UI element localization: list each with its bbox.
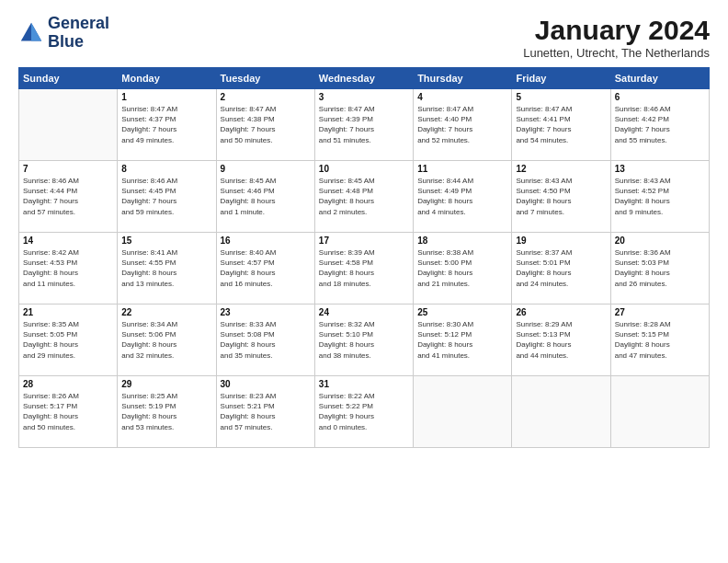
table-row: 26Sunrise: 8:29 AM Sunset: 5:13 PM Dayli… [512,304,610,376]
table-row: 7Sunrise: 8:46 AM Sunset: 4:44 PM Daylig… [19,161,118,233]
table-row: 19Sunrise: 8:37 AM Sunset: 5:01 PM Dayli… [512,233,610,304]
table-row: 13Sunrise: 8:43 AM Sunset: 4:52 PM Dayli… [610,161,709,233]
table-row: 29Sunrise: 8:25 AM Sunset: 5:19 PM Dayli… [118,376,216,448]
day-info: Sunrise: 8:39 AM Sunset: 4:58 PM Dayligh… [319,247,409,289]
day-number: 13 [615,164,705,174]
table-row: 10Sunrise: 8:45 AM Sunset: 4:48 PM Dayli… [314,161,413,233]
col-wednesday: Wednesday [314,68,413,89]
day-info: Sunrise: 8:46 AM Sunset: 4:44 PM Dayligh… [23,176,113,217]
day-info: Sunrise: 8:43 AM Sunset: 4:52 PM Dayligh… [615,176,705,217]
day-info: Sunrise: 8:47 AM Sunset: 4:41 PM Dayligh… [516,104,606,145]
table-row: 4Sunrise: 8:47 AM Sunset: 4:40 PM Daylig… [414,89,512,161]
calendar-week-4: 21Sunrise: 8:35 AM Sunset: 5:05 PM Dayli… [19,304,710,376]
day-number: 12 [516,164,606,174]
day-info: Sunrise: 8:47 AM Sunset: 4:37 PM Dayligh… [121,104,211,145]
day-number: 7 [23,164,113,174]
day-info: Sunrise: 8:23 AM Sunset: 5:21 PM Dayligh… [221,391,311,432]
day-info: Sunrise: 8:30 AM Sunset: 5:12 PM Dayligh… [417,319,507,361]
day-number: 5 [516,92,606,102]
day-info: Sunrise: 8:47 AM Sunset: 4:38 PM Dayligh… [221,104,311,145]
day-number: 24 [319,307,409,317]
day-number: 10 [319,164,409,174]
table-row: 24Sunrise: 8:32 AM Sunset: 5:10 PM Dayli… [314,304,413,376]
table-row: 28Sunrise: 8:26 AM Sunset: 5:17 PM Dayli… [19,376,118,448]
day-number: 11 [417,164,507,174]
day-number: 9 [221,164,311,174]
calendar-week-5: 28Sunrise: 8:26 AM Sunset: 5:17 PM Dayli… [19,376,710,448]
day-number: 15 [121,236,211,246]
location: Lunetten, Utrecht, The Netherlands [523,46,710,60]
day-number: 16 [221,236,311,246]
day-number: 20 [615,236,705,246]
table-row: 20Sunrise: 8:36 AM Sunset: 5:03 PM Dayli… [610,233,709,304]
table-row: 18Sunrise: 8:38 AM Sunset: 5:00 PM Dayli… [414,233,512,304]
day-info: Sunrise: 8:46 AM Sunset: 4:45 PM Dayligh… [121,176,211,217]
day-info: Sunrise: 8:35 AM Sunset: 5:05 PM Dayligh… [23,319,113,361]
table-row: 6Sunrise: 8:46 AM Sunset: 4:42 PM Daylig… [610,89,709,161]
table-row [19,89,118,161]
calendar-week-1: 1Sunrise: 8:47 AM Sunset: 4:37 PM Daylig… [19,89,710,161]
col-sunday: Sunday [19,68,118,89]
day-number: 30 [221,379,311,389]
day-info: Sunrise: 8:40 AM Sunset: 4:57 PM Dayligh… [221,247,311,289]
day-number: 8 [121,164,211,174]
day-number: 17 [319,236,409,246]
table-row: 25Sunrise: 8:30 AM Sunset: 5:12 PM Dayli… [414,304,512,376]
table-row [512,376,610,448]
day-number: 21 [23,307,113,317]
day-info: Sunrise: 8:32 AM Sunset: 5:10 PM Dayligh… [319,319,409,361]
day-number: 6 [615,92,705,102]
day-number: 1 [121,92,211,102]
logo-icon [18,20,44,46]
col-thursday: Thursday [414,68,512,89]
day-info: Sunrise: 8:26 AM Sunset: 5:17 PM Dayligh… [23,391,113,432]
logo: General Blue [18,15,109,52]
table-row [610,376,709,448]
day-info: Sunrise: 8:42 AM Sunset: 4:53 PM Dayligh… [23,247,113,289]
day-info: Sunrise: 8:29 AM Sunset: 5:13 PM Dayligh… [516,319,606,361]
day-number: 3 [319,92,409,102]
day-info: Sunrise: 8:25 AM Sunset: 5:19 PM Dayligh… [121,391,211,432]
day-info: Sunrise: 8:38 AM Sunset: 5:00 PM Dayligh… [417,247,507,289]
table-row: 30Sunrise: 8:23 AM Sunset: 5:21 PM Dayli… [216,376,314,448]
day-info: Sunrise: 8:41 AM Sunset: 4:55 PM Dayligh… [121,247,211,289]
table-row: 22Sunrise: 8:34 AM Sunset: 5:06 PM Dayli… [118,304,216,376]
day-info: Sunrise: 8:37 AM Sunset: 5:01 PM Dayligh… [516,247,606,289]
col-friday: Friday [512,68,610,89]
table-row: 9Sunrise: 8:45 AM Sunset: 4:46 PM Daylig… [216,161,314,233]
day-number: 22 [121,307,211,317]
day-number: 23 [221,307,311,317]
svg-marker-1 [31,23,41,41]
col-tuesday: Tuesday [216,68,314,89]
day-info: Sunrise: 8:22 AM Sunset: 5:22 PM Dayligh… [319,391,409,432]
day-number: 31 [319,379,409,389]
header: General Blue January 2024 Lunetten, Utre… [18,15,710,60]
title-block: January 2024 Lunetten, Utrecht, The Neth… [523,15,710,60]
day-number: 4 [417,92,507,102]
col-monday: Monday [118,68,216,89]
day-number: 19 [516,236,606,246]
day-number: 26 [516,307,606,317]
table-row: 14Sunrise: 8:42 AM Sunset: 4:53 PM Dayli… [19,233,118,304]
col-saturday: Saturday [610,68,709,89]
day-info: Sunrise: 8:46 AM Sunset: 4:42 PM Dayligh… [615,104,705,145]
table-row: 23Sunrise: 8:33 AM Sunset: 5:08 PM Dayli… [216,304,314,376]
calendar-week-2: 7Sunrise: 8:46 AM Sunset: 4:44 PM Daylig… [19,161,710,233]
month-title: January 2024 [523,15,710,46]
day-info: Sunrise: 8:34 AM Sunset: 5:06 PM Dayligh… [121,319,211,361]
table-row: 27Sunrise: 8:28 AM Sunset: 5:15 PM Dayli… [610,304,709,376]
calendar-header-row: Sunday Monday Tuesday Wednesday Thursday… [19,68,710,89]
table-row: 15Sunrise: 8:41 AM Sunset: 4:55 PM Dayli… [118,233,216,304]
table-row: 17Sunrise: 8:39 AM Sunset: 4:58 PM Dayli… [314,233,413,304]
day-info: Sunrise: 8:43 AM Sunset: 4:50 PM Dayligh… [516,176,606,217]
day-info: Sunrise: 8:47 AM Sunset: 4:40 PM Dayligh… [417,104,507,145]
day-number: 2 [221,92,311,102]
day-number: 18 [417,236,507,246]
day-number: 28 [23,379,113,389]
day-info: Sunrise: 8:45 AM Sunset: 4:48 PM Dayligh… [319,176,409,217]
calendar-week-3: 14Sunrise: 8:42 AM Sunset: 4:53 PM Dayli… [19,233,710,304]
table-row: 21Sunrise: 8:35 AM Sunset: 5:05 PM Dayli… [19,304,118,376]
day-info: Sunrise: 8:28 AM Sunset: 5:15 PM Dayligh… [615,319,705,361]
calendar: Sunday Monday Tuesday Wednesday Thursday… [18,67,710,448]
table-row: 5Sunrise: 8:47 AM Sunset: 4:41 PM Daylig… [512,89,610,161]
